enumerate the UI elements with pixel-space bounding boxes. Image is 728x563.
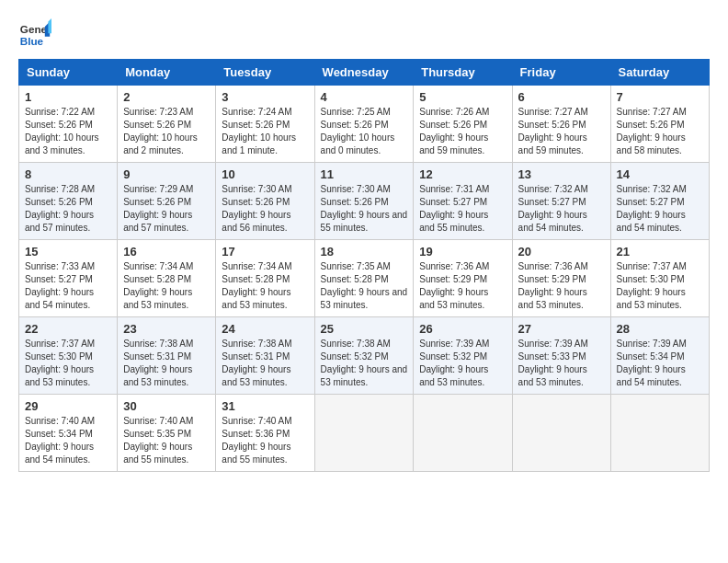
day-info: Sunrise: 7:23 AM Sunset: 5:26 PM Dayligh…	[123, 106, 210, 157]
day-info: Sunrise: 7:40 AM Sunset: 5:36 PM Dayligh…	[222, 415, 308, 466]
calendar-cell: 13Sunrise: 7:32 AM Sunset: 5:27 PM Dayli…	[512, 163, 610, 240]
day-number: 26	[419, 322, 506, 336]
calendar-cell: 12Sunrise: 7:31 AM Sunset: 5:27 PM Dayli…	[414, 163, 512, 240]
day-info: Sunrise: 7:27 AM Sunset: 5:26 PM Dayligh…	[617, 106, 703, 157]
day-info: Sunrise: 7:33 AM Sunset: 5:27 PM Dayligh…	[25, 260, 111, 312]
day-info: Sunrise: 7:37 AM Sunset: 5:30 PM Dayligh…	[25, 338, 111, 389]
day-info: Sunrise: 7:25 AM Sunset: 5:26 PM Dayligh…	[321, 106, 408, 157]
calendar-cell: 16Sunrise: 7:34 AM Sunset: 5:28 PM Dayli…	[118, 240, 216, 317]
header-friday: Friday	[512, 60, 610, 86]
header-tuesday: Tuesday	[216, 60, 314, 86]
day-number: 9	[123, 167, 210, 181]
calendar-header-row: SundayMondayTuesdayWednesdayThursdayFrid…	[19, 60, 710, 86]
day-info: Sunrise: 7:39 AM Sunset: 5:34 PM Dayligh…	[617, 338, 703, 389]
day-info: Sunrise: 7:27 AM Sunset: 5:26 PM Dayligh…	[518, 106, 605, 157]
day-number: 4	[321, 90, 408, 104]
header-thursday: Thursday	[414, 60, 512, 86]
day-number: 15	[25, 245, 111, 259]
calendar-cell: 11Sunrise: 7:30 AM Sunset: 5:26 PM Dayli…	[314, 163, 414, 240]
day-number: 20	[518, 245, 605, 259]
calendar-week-0: 1Sunrise: 7:22 AM Sunset: 5:26 PM Daylig…	[19, 86, 710, 163]
day-number: 30	[123, 399, 210, 413]
calendar-cell: 9Sunrise: 7:29 AM Sunset: 5:26 PM Daylig…	[118, 163, 216, 240]
calendar-week-1: 8Sunrise: 7:28 AM Sunset: 5:26 PM Daylig…	[19, 163, 710, 240]
header-wednesday: Wednesday	[314, 60, 414, 86]
day-number: 31	[222, 399, 308, 413]
calendar-cell: 22Sunrise: 7:37 AM Sunset: 5:30 PM Dayli…	[19, 317, 118, 395]
day-number: 21	[617, 245, 703, 259]
page-header: General Blue	[18, 18, 710, 52]
day-info: Sunrise: 7:40 AM Sunset: 5:35 PM Dayligh…	[123, 415, 210, 466]
day-number: 24	[222, 322, 308, 336]
calendar-cell: 10Sunrise: 7:30 AM Sunset: 5:26 PM Dayli…	[216, 163, 314, 240]
day-number: 22	[25, 322, 111, 336]
day-info: Sunrise: 7:37 AM Sunset: 5:30 PM Dayligh…	[617, 260, 703, 312]
logo: General Blue	[18, 18, 51, 52]
calendar-cell: 23Sunrise: 7:38 AM Sunset: 5:31 PM Dayli…	[118, 317, 216, 395]
calendar-cell: 30Sunrise: 7:40 AM Sunset: 5:35 PM Dayli…	[118, 395, 216, 472]
day-number: 17	[222, 245, 308, 259]
calendar-cell: 27Sunrise: 7:39 AM Sunset: 5:33 PM Dayli…	[512, 317, 610, 395]
day-number: 6	[518, 90, 605, 104]
calendar-cell: 4Sunrise: 7:25 AM Sunset: 5:26 PM Daylig…	[314, 86, 414, 163]
day-info: Sunrise: 7:38 AM Sunset: 5:32 PM Dayligh…	[321, 338, 408, 389]
header-monday: Monday	[118, 60, 216, 86]
calendar-cell: 28Sunrise: 7:39 AM Sunset: 5:34 PM Dayli…	[610, 317, 709, 395]
day-number: 8	[25, 167, 111, 181]
calendar-cell: 3Sunrise: 7:24 AM Sunset: 5:26 PM Daylig…	[216, 86, 314, 163]
calendar-cell: 24Sunrise: 7:38 AM Sunset: 5:31 PM Dayli…	[216, 317, 314, 395]
logo-icon: General Blue	[18, 18, 51, 52]
day-info: Sunrise: 7:24 AM Sunset: 5:26 PM Dayligh…	[222, 106, 308, 157]
day-number: 23	[123, 322, 210, 336]
day-number: 16	[123, 245, 210, 259]
svg-marker-3	[48, 18, 51, 33]
day-number: 14	[617, 167, 703, 181]
day-number: 12	[419, 167, 506, 181]
calendar-cell	[314, 395, 414, 472]
calendar-cell: 5Sunrise: 7:26 AM Sunset: 5:26 PM Daylig…	[414, 86, 512, 163]
day-info: Sunrise: 7:31 AM Sunset: 5:27 PM Dayligh…	[419, 183, 506, 235]
day-number: 1	[25, 90, 111, 104]
day-info: Sunrise: 7:26 AM Sunset: 5:26 PM Dayligh…	[419, 106, 506, 157]
calendar-cell: 26Sunrise: 7:39 AM Sunset: 5:32 PM Dayli…	[414, 317, 512, 395]
calendar-cell: 19Sunrise: 7:36 AM Sunset: 5:29 PM Dayli…	[414, 240, 512, 317]
calendar-cell	[610, 395, 709, 472]
day-number: 2	[123, 90, 210, 104]
day-info: Sunrise: 7:30 AM Sunset: 5:26 PM Dayligh…	[321, 183, 408, 235]
calendar-week-2: 15Sunrise: 7:33 AM Sunset: 5:27 PM Dayli…	[19, 240, 710, 317]
day-info: Sunrise: 7:28 AM Sunset: 5:26 PM Dayligh…	[25, 183, 111, 235]
day-number: 10	[222, 167, 308, 181]
day-info: Sunrise: 7:39 AM Sunset: 5:33 PM Dayligh…	[518, 338, 605, 389]
day-info: Sunrise: 7:34 AM Sunset: 5:28 PM Dayligh…	[123, 260, 210, 312]
day-number: 11	[321, 167, 408, 181]
calendar-week-3: 22Sunrise: 7:37 AM Sunset: 5:30 PM Dayli…	[19, 317, 710, 395]
day-info: Sunrise: 7:38 AM Sunset: 5:31 PM Dayligh…	[123, 338, 210, 389]
calendar-cell: 29Sunrise: 7:40 AM Sunset: 5:34 PM Dayli…	[19, 395, 118, 472]
calendar-table: SundayMondayTuesdayWednesdayThursdayFrid…	[18, 59, 710, 472]
day-number: 28	[617, 322, 703, 336]
calendar-cell: 17Sunrise: 7:34 AM Sunset: 5:28 PM Dayli…	[216, 240, 314, 317]
calendar-cell: 31Sunrise: 7:40 AM Sunset: 5:36 PM Dayli…	[216, 395, 314, 472]
calendar-cell: 2Sunrise: 7:23 AM Sunset: 5:26 PM Daylig…	[118, 86, 216, 163]
day-number: 25	[321, 322, 408, 336]
calendar-cell: 20Sunrise: 7:36 AM Sunset: 5:29 PM Dayli…	[512, 240, 610, 317]
calendar-cell: 18Sunrise: 7:35 AM Sunset: 5:28 PM Dayli…	[314, 240, 414, 317]
day-info: Sunrise: 7:34 AM Sunset: 5:28 PM Dayligh…	[222, 260, 308, 312]
day-info: Sunrise: 7:38 AM Sunset: 5:31 PM Dayligh…	[222, 338, 308, 389]
day-number: 19	[419, 245, 506, 259]
day-number: 7	[617, 90, 703, 104]
calendar-week-4: 29Sunrise: 7:40 AM Sunset: 5:34 PM Dayli…	[19, 395, 710, 472]
day-number: 29	[25, 399, 111, 413]
calendar-cell: 7Sunrise: 7:27 AM Sunset: 5:26 PM Daylig…	[610, 86, 709, 163]
calendar-cell: 14Sunrise: 7:32 AM Sunset: 5:27 PM Dayli…	[610, 163, 709, 240]
day-info: Sunrise: 7:40 AM Sunset: 5:34 PM Dayligh…	[25, 415, 111, 466]
day-info: Sunrise: 7:32 AM Sunset: 5:27 PM Dayligh…	[518, 183, 605, 235]
day-info: Sunrise: 7:30 AM Sunset: 5:26 PM Dayligh…	[222, 183, 308, 235]
day-number: 18	[321, 245, 408, 259]
day-number: 5	[419, 90, 506, 104]
day-info: Sunrise: 7:32 AM Sunset: 5:27 PM Dayligh…	[617, 183, 703, 235]
day-info: Sunrise: 7:36 AM Sunset: 5:29 PM Dayligh…	[518, 260, 605, 312]
day-info: Sunrise: 7:29 AM Sunset: 5:26 PM Dayligh…	[123, 183, 210, 235]
day-info: Sunrise: 7:22 AM Sunset: 5:26 PM Dayligh…	[25, 106, 111, 157]
calendar-cell: 25Sunrise: 7:38 AM Sunset: 5:32 PM Dayli…	[314, 317, 414, 395]
